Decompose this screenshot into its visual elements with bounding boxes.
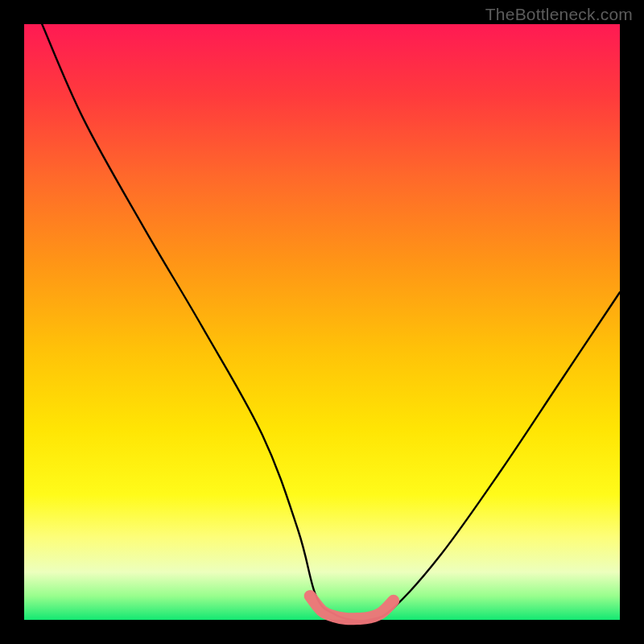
chart-frame: TheBottleneck.com bbox=[0, 0, 644, 644]
chart-svg bbox=[24, 24, 620, 620]
watermark-text: TheBottleneck.com bbox=[485, 5, 633, 24]
series-pink-floor-marker bbox=[310, 596, 394, 618]
plot-area bbox=[24, 24, 620, 620]
series-black-curve bbox=[42, 24, 620, 621]
